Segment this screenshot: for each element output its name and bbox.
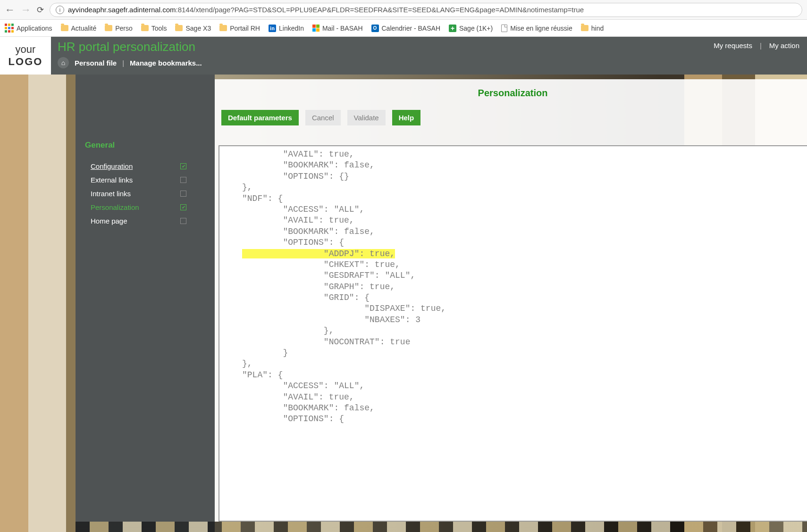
bookmark-label: Tools <box>151 25 167 32</box>
highlighted-code-line: "ADDPJ": true, <box>242 249 395 258</box>
apps-grid-icon <box>5 24 14 33</box>
header-right-links: My requests | My action <box>714 37 807 75</box>
bookmark-item[interactable]: Perso <box>105 25 133 32</box>
bookmark-item[interactable]: OCalendrier - BASAH <box>371 25 441 32</box>
button-row: Default parameters Cancel Validate Help <box>219 110 807 125</box>
folder-icon <box>105 25 112 31</box>
reload-button[interactable]: ⟳ <box>37 5 44 15</box>
bookmark-label: LinkedIn <box>279 25 304 32</box>
bookmark-item[interactable]: Sage X3 <box>175 25 211 32</box>
bookmark-label: Calendrier - BASAH <box>382 25 441 32</box>
plus-icon: + <box>449 25 456 32</box>
app-body: General Configuration✔External linksIntr… <box>0 75 807 532</box>
checkbox-icon[interactable]: ✔ <box>180 163 186 169</box>
sidebar-item-configuration[interactable]: Configuration✔ <box>85 159 205 173</box>
bookmark-item[interactable]: Portail RH <box>219 25 260 32</box>
bookmark-label: Portail RH <box>230 25 260 32</box>
document-icon <box>501 25 507 32</box>
bookmark-label: hind <box>591 25 604 32</box>
sidebar-item-personalization[interactable]: Personalization✔ <box>85 200 205 214</box>
main-panel: Personalization Default parameters Cance… <box>215 79 807 522</box>
browser-chrome: ← → ⟳ i ayvindeaphr.sagefr.adinternal.co… <box>0 0 807 20</box>
panel-title: Personalization <box>219 88 807 99</box>
link-my-actions[interactable]: My action <box>769 42 799 50</box>
bookmark-label: Sage X3 <box>185 25 211 32</box>
background-footer-strip <box>76 522 807 532</box>
cancel-button[interactable]: Cancel <box>305 110 341 125</box>
page-title: HR portal personalization <box>58 40 707 54</box>
crumb-separator: | <box>122 59 124 67</box>
outlook-icon: O <box>371 25 379 32</box>
bookmark-item[interactable]: hind <box>581 25 604 32</box>
sidebar-item-external-links[interactable]: External links <box>85 173 205 187</box>
home-icon[interactable]: ⌂ <box>58 57 69 68</box>
bookmark-label: Perso <box>115 25 133 32</box>
folder-icon <box>175 25 183 31</box>
bookmark-item[interactable]: Tools <box>141 25 167 32</box>
checkbox-icon[interactable] <box>180 177 186 183</box>
header-separator: | <box>760 42 762 50</box>
bookmark-label: Applications <box>17 25 52 32</box>
bookmark-label: Mise en ligne réussie <box>510 25 572 32</box>
logo[interactable]: your LOGO <box>0 37 51 75</box>
bookmark-item[interactable]: Actualité <box>61 25 97 32</box>
validate-button[interactable]: Validate <box>347 110 386 125</box>
microsoft-icon <box>312 25 319 32</box>
bookmark-apps[interactable]: Applications <box>5 24 52 33</box>
checkbox-icon[interactable] <box>180 218 186 224</box>
checkbox-icon[interactable]: ✔ <box>180 204 186 210</box>
back-button[interactable]: ← <box>5 4 15 16</box>
url-text: ayvindeaphr.sagefr.adinternal.com:8144/x… <box>68 6 584 14</box>
site-info-icon[interactable]: i <box>56 6 64 14</box>
folder-icon <box>141 25 149 31</box>
bookmark-item[interactable]: Mail - BASAH <box>312 25 363 32</box>
sidebar-item-home-page[interactable]: Home page <box>85 214 205 228</box>
sidebar-item-label: External links <box>91 176 133 184</box>
folder-icon <box>61 25 68 31</box>
sidebar-item-label: Intranet links <box>91 190 131 198</box>
sidebar-item-label: Home page <box>91 217 127 225</box>
url-bar[interactable]: i ayvindeaphr.sagefr.adinternal.com:8144… <box>50 3 802 17</box>
default-parameters-button[interactable]: Default parameters <box>221 110 299 125</box>
link-my-requests[interactable]: My requests <box>714 42 752 50</box>
bookmark-item[interactable]: +Sage (1K+) <box>449 25 493 32</box>
folder-icon <box>581 25 588 31</box>
bookmarks-bar: Applications ActualitéPersoToolsSage X3P… <box>0 20 807 37</box>
bookmark-label: Mail - BASAH <box>322 25 363 32</box>
app-header: your LOGO HR portal personalization ⌂ Pe… <box>0 37 807 75</box>
bookmark-item[interactable]: Mise en ligne réussie <box>501 25 572 32</box>
sidebar: General Configuration✔External linksIntr… <box>76 75 215 532</box>
breadcrumb: ⌂ Personal file | Manage bookmarks... <box>58 57 707 68</box>
sidebar-heading: General <box>85 141 205 150</box>
bookmark-label: Sage (1K+) <box>459 25 493 32</box>
checkbox-icon[interactable] <box>180 191 186 197</box>
crumb-manage-bookmarks[interactable]: Manage bookmarks... <box>130 59 202 67</box>
bookmark-label: Actualité <box>71 25 97 32</box>
bookmark-item[interactable]: inLinkedIn <box>269 25 304 32</box>
help-button[interactable]: Help <box>392 110 421 125</box>
linkedin-icon: in <box>269 25 276 32</box>
crumb-personal-file[interactable]: Personal file <box>75 59 117 67</box>
forward-button[interactable]: → <box>21 4 31 16</box>
sidebar-item-label: Configuration <box>91 162 133 170</box>
code-editor[interactable]: "AVAIL": true, "BOOKMARK": false, "OPTIO… <box>219 145 807 522</box>
logo-line-1: your <box>0 43 51 56</box>
sidebar-item-intranet-links[interactable]: Intranet links <box>85 187 205 200</box>
logo-line-2: LOGO <box>0 56 51 68</box>
code-content: "AVAIL": true, "BOOKMARK": false, "OPTIO… <box>219 149 807 425</box>
sidebar-item-label: Personalization <box>91 203 139 211</box>
folder-icon <box>219 25 227 31</box>
